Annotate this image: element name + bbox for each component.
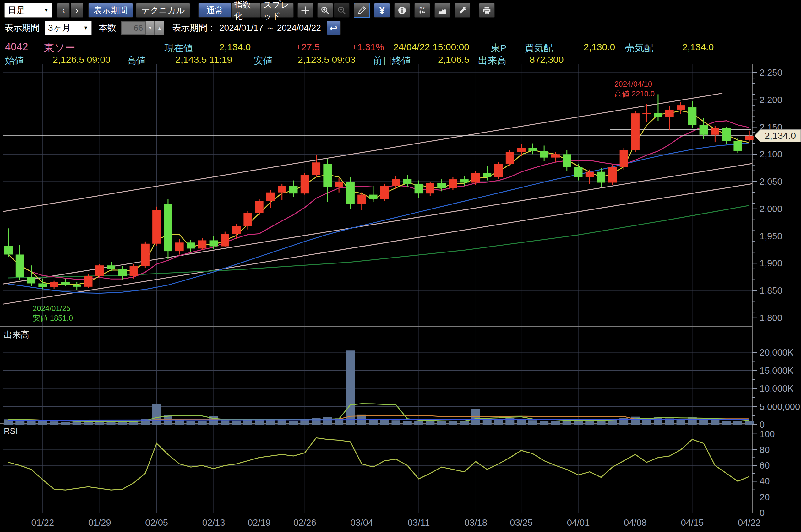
volume-bar — [107, 422, 116, 424]
ask-value: 2,134.0 — [682, 42, 714, 53]
candle-body — [95, 265, 104, 276]
zoom-in-button[interactable] — [317, 3, 333, 18]
volume-bar — [403, 420, 412, 424]
date-axis-label: 04/22 — [738, 517, 761, 528]
candle-body — [84, 276, 92, 287]
current-price-label: 現在値 — [165, 42, 193, 55]
range-label: 表示期間： — [172, 22, 216, 34]
date-axis-label: 03/25 — [510, 517, 533, 528]
ask-label: 売気配 — [625, 42, 653, 55]
candle-body — [255, 201, 264, 213]
date-axis-label: 01/29 — [88, 517, 111, 528]
zoom-out-button[interactable] — [334, 3, 350, 18]
candle-body — [175, 243, 184, 251]
rsi-axis-label: 60 — [760, 460, 769, 471]
date-axis-label: 02/19 — [248, 517, 271, 528]
wrench-button[interactable] — [455, 3, 470, 18]
rsi-pane-label: RSI — [4, 426, 18, 436]
timeframe-select[interactable]: 日足 ▼ — [4, 3, 52, 18]
candle-body — [118, 269, 127, 277]
volume-pane-label: 出来高 — [4, 329, 29, 340]
candle-body — [460, 179, 469, 183]
volume-bar — [186, 420, 195, 424]
prev-button[interactable]: ‹ — [57, 3, 70, 18]
bid-value: 2,130.0 — [584, 42, 615, 53]
market-segment: 東P — [491, 42, 507, 55]
volume-bar — [710, 420, 719, 424]
print-button[interactable] — [479, 3, 495, 18]
candle-body — [16, 254, 24, 277]
period-select[interactable]: 3ヶ月 ▼ — [44, 21, 92, 35]
candle-body — [654, 113, 662, 117]
volume-bar — [300, 420, 309, 424]
date-axis-label: 02/13 — [202, 517, 225, 528]
open-label: 始値 — [5, 54, 24, 67]
candle-body — [517, 148, 526, 152]
volume-bar — [392, 420, 400, 424]
pencil-button[interactable] — [354, 3, 370, 18]
candle-body — [608, 167, 617, 183]
candle-body — [540, 151, 549, 158]
count-up-button[interactable]: ▲ — [155, 21, 164, 35]
chevron-down-icon: ▼ — [44, 7, 49, 13]
candle-body — [392, 179, 400, 186]
candle-body — [380, 186, 389, 199]
date-axis-label: 02/05 — [145, 517, 168, 528]
next-button[interactable]: › — [71, 3, 83, 18]
count-down-button[interactable]: ▼ — [146, 21, 155, 35]
date-axis-label: 04/08 — [624, 517, 647, 528]
candle-body — [449, 179, 457, 188]
yen-button[interactable]: ¥ — [374, 3, 390, 18]
reload-button[interactable]: ↩ — [327, 21, 341, 35]
chevron-down-icon: ▼ — [83, 25, 88, 31]
zoom-in-icon — [320, 6, 330, 15]
volume-bar — [198, 421, 207, 424]
rsi-axis-label: 40 — [760, 476, 769, 486]
candle-body — [61, 282, 70, 285]
volume-axis-label: 5,000,000 — [760, 402, 800, 412]
area-chart-button[interactable] — [434, 3, 450, 18]
mode-spread-button[interactable]: スプレッド — [261, 3, 294, 18]
low-annotation-value: 安値 1851.0 — [33, 313, 73, 323]
price-axis-label: 2,050 — [760, 176, 782, 187]
candle-body — [597, 172, 605, 183]
period-controls: 表示期間 3ヶ月 ▼ 本数 66 ▼ ▲ 表示期間： 2024/01/17 ～ … — [0, 20, 801, 36]
price-change-pct: +1.31% — [352, 42, 384, 53]
candle-body — [187, 243, 195, 248]
volume-bar — [676, 419, 685, 424]
candle-body — [551, 154, 560, 157]
display-period-button[interactable]: 表示期間 — [88, 3, 133, 18]
my-indicator-button[interactable]: MY — [414, 3, 430, 18]
candle-body — [631, 113, 640, 150]
low-label: 安値 — [254, 54, 273, 67]
candle-body — [335, 182, 343, 187]
candle-body — [494, 164, 503, 177]
volume-axis-label: 20,000K — [760, 347, 794, 357]
candle-body — [665, 110, 674, 117]
mode-indexed-button[interactable]: 指数化 — [232, 3, 261, 18]
candle-body — [244, 213, 252, 226]
candle-body — [586, 172, 594, 177]
crosshair-plus-button[interactable] — [298, 3, 313, 18]
candle-body — [232, 226, 241, 234]
candle-body — [688, 108, 697, 125]
volume-bar — [221, 420, 229, 424]
volume-bar — [494, 420, 503, 424]
volume-value: 872,300 — [530, 54, 564, 65]
chart-canvas[interactable]: 2,2502,2002,1502,1002,0502,0001,9501,900… — [0, 0, 801, 532]
candle-body — [506, 152, 514, 164]
candle-body — [426, 183, 434, 193]
count-input[interactable]: 66 — [121, 21, 146, 35]
technical-button[interactable]: テクニカル — [136, 3, 190, 18]
candle-body — [483, 173, 491, 177]
info-button[interactable] — [394, 3, 410, 18]
volume-bar — [232, 420, 241, 424]
candle-body — [700, 125, 708, 135]
mode-normal-button[interactable]: 通常 — [198, 3, 231, 18]
candle-body — [107, 265, 115, 268]
count-label: 本数 — [99, 22, 116, 34]
wrench-icon — [458, 6, 467, 15]
quote-datetime: 24/04/22 15:00:00 — [393, 42, 469, 53]
bid-label: 買気配 — [525, 42, 553, 55]
pencil-icon — [357, 6, 367, 15]
